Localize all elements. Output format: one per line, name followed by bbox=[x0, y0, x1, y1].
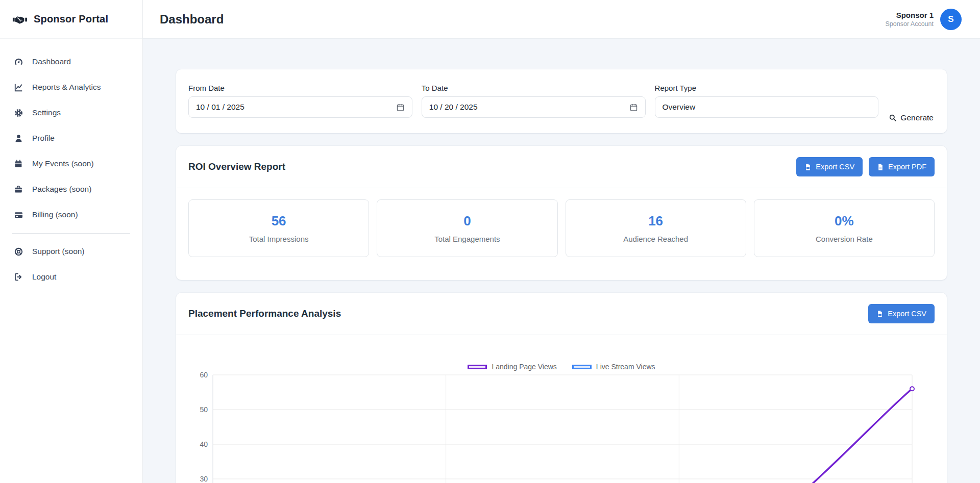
user-icon bbox=[13, 134, 23, 143]
stat-value: 56 bbox=[272, 213, 286, 229]
logout-icon bbox=[13, 272, 23, 282]
roi-card-header: ROI Overview Report Export CSV Export PD… bbox=[176, 146, 947, 188]
from-date-value: 10 / 01 / 2025 bbox=[196, 103, 244, 112]
sidebar: Sponsor Portal Dashboard Reports & Analy… bbox=[0, 0, 143, 483]
stat-label: Total Impressions bbox=[249, 235, 309, 243]
report-filters-card: From Date 10 / 01 / 2025 To Date 10 / 20… bbox=[176, 69, 947, 133]
report-type-field-group: Report Type Overview bbox=[655, 84, 879, 118]
chart-legend: Landing Page ViewsLive Stream Views bbox=[188, 363, 935, 371]
briefcase-icon bbox=[13, 185, 23, 194]
export-csv-label: Export CSV bbox=[888, 310, 926, 318]
file-csv-icon bbox=[804, 163, 812, 171]
sidebar-item-label: Reports & Analytics bbox=[32, 83, 101, 92]
brand-name: Sponsor Portal bbox=[34, 13, 108, 25]
series-line-landing-page-views bbox=[213, 389, 912, 483]
stat-value: 16 bbox=[648, 213, 663, 229]
line-chart: 6050403020100 bbox=[188, 371, 935, 483]
sidebar-item-packages[interactable]: Packages (soon) bbox=[0, 176, 142, 202]
page-title: Dashboard bbox=[160, 12, 224, 27]
topbar: Dashboard Sponsor 1 Sponsor Account S bbox=[143, 0, 980, 39]
sidebar-item-label: Packages (soon) bbox=[32, 185, 91, 194]
sidebar-nav: Dashboard Reports & Analytics Settings P… bbox=[0, 39, 142, 290]
placement-card-header: Placement Performance Analysis Export CS… bbox=[176, 293, 947, 335]
file-csv-icon bbox=[876, 310, 884, 318]
search-icon bbox=[889, 114, 897, 122]
legend-item[interactable]: Landing Page Views bbox=[468, 363, 556, 371]
sidebar-divider bbox=[12, 233, 130, 234]
report-type-label: Report Type bbox=[655, 84, 879, 92]
calendar-picker-icon[interactable] bbox=[396, 103, 405, 112]
to-date-field-group: To Date 10 / 20 / 2025 bbox=[422, 84, 646, 118]
legend-label: Live Stream Views bbox=[596, 363, 655, 371]
sidebar-item-label: Logout bbox=[32, 272, 56, 282]
legend-label: Landing Page Views bbox=[492, 363, 556, 371]
stat-value: 0% bbox=[835, 213, 854, 229]
brand: Sponsor Portal bbox=[0, 0, 142, 39]
roi-overview-card: ROI Overview Report Export CSV Export PD… bbox=[176, 146, 947, 280]
report-type-select[interactable]: Overview bbox=[655, 96, 879, 118]
sidebar-item-support[interactable]: Support (soon) bbox=[0, 239, 142, 264]
file-pdf-icon bbox=[877, 163, 884, 171]
placement-card-actions: Export CSV bbox=[868, 304, 935, 323]
from-date-input[interactable]: 10 / 01 / 2025 bbox=[188, 96, 412, 118]
sidebar-item-label: Billing (soon) bbox=[32, 210, 78, 219]
placement-card-title: Placement Performance Analysis bbox=[188, 308, 341, 319]
from-date-label: From Date bbox=[188, 84, 412, 92]
to-date-value: 10 / 20 / 2025 bbox=[429, 103, 478, 112]
legend-swatch bbox=[468, 365, 487, 369]
sidebar-item-label: My Events (soon) bbox=[32, 159, 94, 168]
chart-container: Landing Page ViewsLive Stream Views 6050… bbox=[176, 363, 947, 483]
legend-item[interactable]: Live Stream Views bbox=[572, 363, 655, 371]
to-date-input[interactable]: 10 / 20 / 2025 bbox=[422, 96, 646, 118]
to-date-label: To Date bbox=[422, 84, 646, 92]
gear-icon bbox=[13, 108, 23, 118]
sidebar-item-label: Settings bbox=[32, 108, 61, 117]
calendar-picker-icon[interactable] bbox=[629, 103, 638, 112]
sidebar-item-billing[interactable]: Billing (soon) bbox=[0, 202, 142, 227]
sidebar-item-reports-analytics[interactable]: Reports & Analytics bbox=[0, 74, 142, 100]
user-role: Sponsor Account bbox=[885, 20, 934, 28]
handshake-icon bbox=[12, 13, 28, 26]
user-name: Sponsor 1 bbox=[885, 11, 934, 19]
sidebar-item-label: Profile bbox=[32, 134, 55, 143]
placement-performance-card: Placement Performance Analysis Export CS… bbox=[176, 293, 947, 483]
legend-swatch bbox=[572, 365, 592, 369]
y-axis-tick: 40 bbox=[200, 440, 208, 448]
stat-label: Total Engagements bbox=[434, 235, 500, 243]
export-pdf-label: Export PDF bbox=[888, 163, 926, 171]
sidebar-item-dashboard[interactable]: Dashboard bbox=[0, 49, 142, 74]
sidebar-item-label: Support (soon) bbox=[32, 247, 85, 256]
sidebar-item-logout[interactable]: Logout bbox=[0, 264, 142, 290]
stat-total-impressions: 56 Total Impressions bbox=[188, 199, 369, 257]
app: { "app": { "brand": "Sponsor Portal", "p… bbox=[0, 0, 980, 483]
roi-stats-row: 56 Total Impressions 0 Total Engagements… bbox=[176, 188, 947, 280]
report-type-value: Overview bbox=[663, 103, 696, 112]
user-block: Sponsor 1 Sponsor Account S bbox=[885, 9, 962, 30]
stat-value: 0 bbox=[463, 213, 471, 229]
y-axis-tick: 60 bbox=[200, 371, 208, 379]
stat-conversion-rate: 0% Conversion Rate bbox=[754, 199, 935, 257]
stat-audience-reached: 16 Audience Reached bbox=[566, 199, 746, 257]
export-csv-button[interactable]: Export CSV bbox=[796, 157, 863, 176]
main-area: Dashboard Sponsor 1 Sponsor Account S Fr… bbox=[143, 0, 980, 483]
generate-button[interactable]: Generate bbox=[888, 111, 935, 124]
user-meta: Sponsor 1 Sponsor Account bbox=[885, 11, 934, 28]
speedometer-icon bbox=[13, 57, 23, 67]
sidebar-item-profile[interactable]: Profile bbox=[0, 125, 142, 151]
stat-total-engagements: 0 Total Engagements bbox=[377, 199, 557, 257]
export-csv-label: Export CSV bbox=[816, 163, 854, 171]
sidebar-item-my-events[interactable]: My Events (soon) bbox=[0, 151, 142, 176]
roi-card-title: ROI Overview Report bbox=[188, 161, 285, 172]
export-csv-button[interactable]: Export CSV bbox=[868, 304, 935, 323]
roi-card-actions: Export CSV Export PDF bbox=[796, 157, 935, 176]
avatar[interactable]: S bbox=[940, 9, 962, 30]
stat-label: Audience Reached bbox=[623, 235, 688, 243]
y-axis-tick: 50 bbox=[200, 405, 208, 414]
export-pdf-button[interactable]: Export PDF bbox=[869, 157, 935, 176]
sidebar-item-label: Dashboard bbox=[32, 57, 71, 66]
content: From Date 10 / 01 / 2025 To Date 10 / 20… bbox=[143, 39, 980, 483]
generate-label: Generate bbox=[900, 113, 934, 122]
data-point bbox=[910, 387, 914, 391]
stat-label: Conversion Rate bbox=[816, 235, 873, 243]
sidebar-item-settings[interactable]: Settings bbox=[0, 100, 142, 125]
